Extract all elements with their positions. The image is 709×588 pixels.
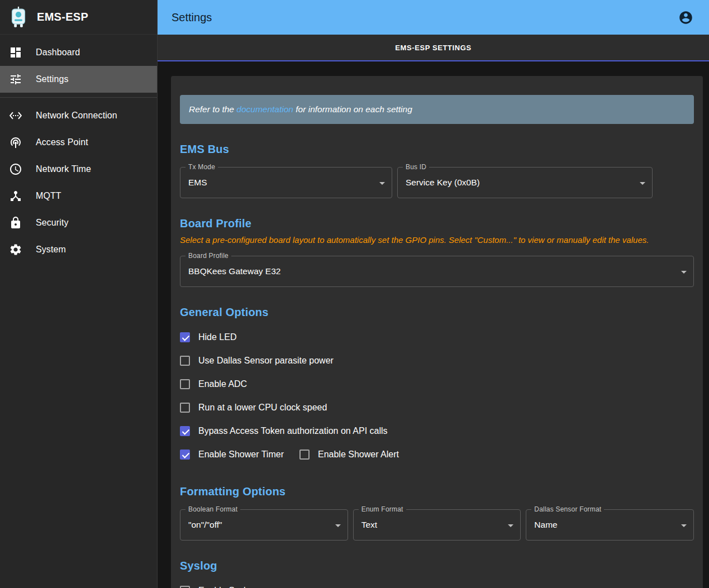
checkbox-row-enable-syslog[interactable]: Enable Syslog <box>180 579 694 588</box>
sidebar-item-network-time[interactable]: Network Time <box>0 156 157 183</box>
lock-icon <box>9 216 22 230</box>
page-title: Settings <box>172 11 673 24</box>
hide-led-checkbox[interactable] <box>180 332 190 342</box>
checkbox-label: Use Dallas Sensor parasite power <box>198 356 334 366</box>
board-profile-value: BBQKees Gateway E32 <box>180 256 693 286</box>
chevron-down-icon <box>335 524 341 527</box>
tune-icon <box>9 73 22 86</box>
enum-format-label: Enum Format <box>359 505 406 513</box>
dallas-parasite-checkbox[interactable] <box>180 356 190 366</box>
tabbar: EMS-ESP SETTINGS <box>158 35 709 61</box>
sidebar-item-label: Settings <box>36 74 69 84</box>
main-area: Settings EMS-ESP SETTINGS Refer to the d… <box>158 0 709 588</box>
chevron-down-icon <box>508 524 513 527</box>
checkbox-label: Bypass Access Token authorization on API… <box>198 426 388 436</box>
shower-options-row: Enable Shower Timer Enable Shower Alert <box>180 443 694 466</box>
section-title-formatting-options: Formatting Options <box>180 485 694 498</box>
dallas-sensor-format-value: Name <box>526 510 693 540</box>
checkbox-label: Run at a lower CPU clock speed <box>198 403 327 413</box>
sidebar-item-network-connection[interactable]: Network Connection <box>0 102 157 129</box>
cpu-clock-checkbox[interactable] <box>180 403 190 413</box>
checkbox-label: Enable Shower Alert <box>318 450 399 460</box>
account-circle-icon <box>678 10 693 25</box>
sidebar-divider <box>0 97 157 98</box>
enable-syslog-checkbox[interactable] <box>180 586 190 588</box>
banner-text-before: Refer to the <box>189 104 236 114</box>
checkbox-row-dallas-parasite[interactable]: Use Dallas Sensor parasite power <box>180 349 694 372</box>
sidebar-item-mqtt[interactable]: MQTT <box>0 183 157 209</box>
tx-mode-label: Tx Mode <box>185 163 218 171</box>
sidebar-item-label: Access Point <box>36 137 88 147</box>
boolean-format-select[interactable]: Boolean Format "on"/"off" <box>180 509 348 541</box>
checkbox-label: Enable ADC <box>198 379 247 389</box>
documentation-link[interactable]: documentation <box>236 104 293 114</box>
enum-format-select[interactable]: Enum Format Text <box>353 509 521 541</box>
tx-mode-select[interactable]: Tx Mode EMS <box>180 167 392 198</box>
board-profile-label: Board Profile <box>185 252 231 260</box>
chevron-down-icon <box>681 271 687 274</box>
checkbox-row-hide-led[interactable]: Hide LED <box>180 326 694 349</box>
syslog-options-list: Enable Syslog <box>180 579 694 588</box>
dashboard-icon <box>9 46 22 59</box>
checkbox-row-cpu-clock[interactable]: Run at a lower CPU clock speed <box>180 396 694 419</box>
sidebar-item-label: MQTT <box>36 191 61 201</box>
checkbox-row-shower-alert[interactable]: Enable Shower Alert <box>299 443 399 466</box>
section-title-syslog: Syslog <box>180 560 694 572</box>
shower-timer-checkbox[interactable] <box>180 450 190 460</box>
checkbox-label: Hide LED <box>198 332 236 342</box>
board-profile-helper: Select a pre-configured board layout to … <box>180 235 694 245</box>
bus-id-select[interactable]: Bus ID Service Key (0x0B) <box>397 167 653 198</box>
section-title-board-profile: Board Profile <box>180 217 694 230</box>
bypass-token-checkbox[interactable] <box>180 426 190 436</box>
sidebar-item-settings[interactable]: Settings <box>0 66 157 93</box>
device-hub-icon <box>9 189 22 203</box>
sidebar-item-label: Security <box>36 218 69 228</box>
sidebar-header: EMS-ESP <box>0 0 157 35</box>
sidebar-item-dashboard[interactable]: Dashboard <box>0 39 157 66</box>
shower-alert-checkbox[interactable] <box>299 450 310 460</box>
section-title-ems-bus: EMS Bus <box>180 143 694 156</box>
app-root: EMS-ESP Dashboard Settings Network <box>0 0 709 588</box>
dallas-sensor-format-select[interactable]: Dallas Sensor Format Name <box>526 509 694 541</box>
sidebar-item-label: Dashboard <box>36 47 80 58</box>
banner-text-after: for information on each setting <box>293 104 412 114</box>
gear-icon <box>9 243 22 256</box>
bus-id-label: Bus ID <box>403 163 429 171</box>
ethernet-icon <box>9 109 22 122</box>
clock-icon <box>9 162 22 176</box>
sidebar-item-system[interactable]: System <box>0 236 157 263</box>
sidebar-item-access-point[interactable]: Access Point <box>0 129 157 156</box>
content-area: Refer to the documentation for informati… <box>158 61 709 588</box>
checkbox-row-shower-timer[interactable]: Enable Shower Timer <box>180 443 284 466</box>
checkbox-row-enable-adc[interactable]: Enable ADC <box>180 372 694 396</box>
chevron-down-icon <box>640 182 645 185</box>
section-title-general-options: General Options <box>180 306 694 319</box>
sidebar-item-security[interactable]: Security <box>0 209 157 236</box>
sidebar-item-label: System <box>36 245 66 255</box>
tx-mode-value: EMS <box>180 168 392 198</box>
enable-adc-checkbox[interactable] <box>180 379 190 389</box>
appbar: Settings <box>158 0 709 35</box>
general-options-list: Hide LED Use Dallas Sensor parasite powe… <box>180 326 694 466</box>
tab-ems-esp-settings[interactable]: EMS-ESP SETTINGS <box>158 35 709 61</box>
sidebar-nav: Dashboard Settings Network Connection <box>0 35 157 267</box>
app-logo-icon <box>9 6 28 28</box>
chevron-down-icon <box>681 524 687 527</box>
boolean-format-label: Boolean Format <box>185 505 240 513</box>
sidebar: EMS-ESP Dashboard Settings Network <box>0 0 158 588</box>
account-button[interactable] <box>673 5 698 30</box>
checkbox-label: Enable Shower Timer <box>198 450 284 460</box>
info-banner: Refer to the documentation for informati… <box>180 95 694 124</box>
sidebar-item-label: Network Time <box>36 164 91 174</box>
app-title: EMS-ESP <box>37 11 88 23</box>
checkbox-row-bypass-token[interactable]: Bypass Access Token authorization on API… <box>180 419 694 443</box>
wifi-tethering-icon <box>9 136 22 149</box>
boolean-format-value: "on"/"off" <box>180 510 348 540</box>
settings-card: Refer to the documentation for informati… <box>171 76 703 588</box>
dallas-sensor-format-label: Dallas Sensor Format <box>531 505 604 513</box>
enum-format-value: Text <box>354 510 521 540</box>
checkbox-label: Enable Syslog <box>198 586 255 588</box>
board-profile-select[interactable]: Board Profile BBQKees Gateway E32 <box>180 256 694 287</box>
chevron-down-icon <box>379 182 385 185</box>
formatting-fields: Boolean Format "on"/"off" Enum Format Te… <box>180 509 694 541</box>
